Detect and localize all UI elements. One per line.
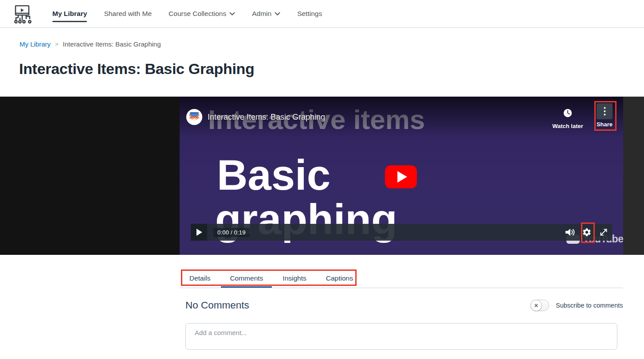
nav-label: Shared with Me <box>104 10 152 18</box>
tabs-row: Details Comments Insights Captions <box>180 269 623 288</box>
toggle-knob-off-icon: ✕ <box>530 300 542 311</box>
nav-label: Admin <box>252 10 271 18</box>
channel-avatar[interactable] <box>186 109 202 125</box>
tab-captions[interactable]: Captions <box>316 269 363 288</box>
breadcrumb: My Library > Interactive Items: Basic Gr… <box>20 40 161 48</box>
youtube-video-player[interactable]: Interactive items Basic graphing <box>180 97 623 255</box>
clock-icon <box>563 109 572 117</box>
watch-later-label: Watch later <box>551 123 584 129</box>
tab-label: Insights <box>283 274 306 282</box>
slide-text-line1: Basic <box>217 151 330 199</box>
no-comments-heading: No Comments <box>185 300 249 311</box>
play-button[interactable] <box>191 224 207 241</box>
nav-label: Course Collections <box>169 10 226 18</box>
player-control-bar: 0:00 / 0:19 <box>191 224 612 241</box>
video-title-overlay[interactable]: Interactive Items: Basic Graphing <box>208 113 325 122</box>
fullscreen-button[interactable] <box>595 224 612 241</box>
app-logo[interactable] <box>12 4 32 25</box>
subscribe-toggle[interactable]: ✕ <box>530 300 549 311</box>
player-right-shade <box>623 97 644 255</box>
watch-later-button[interactable]: Watch later <box>551 109 584 129</box>
player-section: Interactive items Basic graphing <box>0 97 644 255</box>
youtube-play-button[interactable] <box>385 165 417 188</box>
nav-admin[interactable]: Admin <box>252 0 280 27</box>
comment-input[interactable] <box>185 323 617 350</box>
nav-settings[interactable]: Settings <box>297 0 322 27</box>
play-icon <box>196 229 202 236</box>
more-options-button[interactable] <box>597 103 613 119</box>
nav-my-library[interactable]: My Library <box>52 0 87 27</box>
top-nav: My Library Shared with Me Course Collect… <box>0 0 644 28</box>
share-label: Share <box>593 121 616 128</box>
tab-insights[interactable]: Insights <box>273 269 316 288</box>
video-header: Interactive Items: Basic Graphing <box>186 109 325 125</box>
breadcrumb-separator: > <box>55 41 59 47</box>
page: My Library Shared with Me Course Collect… <box>0 0 644 359</box>
play-icon <box>397 171 407 183</box>
fullscreen-icon <box>599 227 609 237</box>
tab-label: Comments <box>230 274 263 282</box>
tab-label: Captions <box>326 274 353 282</box>
tab-label: Details <box>189 274 210 282</box>
page-title: Interactive Items: Basic Graphing <box>19 60 255 78</box>
kebab-menu-icon <box>604 107 606 116</box>
nav-shared-with-me[interactable]: Shared with Me <box>104 0 152 27</box>
chevron-down-icon <box>275 12 280 16</box>
tab-comments[interactable]: Comments <box>220 269 273 288</box>
volume-button[interactable] <box>562 224 578 241</box>
speaker-icon <box>565 228 575 237</box>
nav-course-collections[interactable]: Course Collections <box>169 0 235 27</box>
tabs-divider <box>180 288 623 288</box>
nav-label: Settings <box>297 10 322 18</box>
main-nav: My Library Shared with Me Course Collect… <box>0 0 322 27</box>
nav-label: My Library <box>52 10 87 18</box>
tab-details[interactable]: Details <box>180 269 220 288</box>
breadcrumb-current: Interactive Items: Basic Graphing <box>63 40 161 48</box>
subscribe-control: ✕ Subscribe to comments <box>530 300 623 311</box>
time-display: 0:00 / 0:19 <box>213 228 250 237</box>
media-player-logo-icon <box>12 4 32 24</box>
gear-icon <box>582 227 592 237</box>
settings-button[interactable] <box>578 224 595 241</box>
subscribe-label: Subscribe to comments <box>556 302 623 309</box>
tab-list: Details Comments Insights Captions <box>180 269 623 288</box>
chevron-down-icon <box>229 12 235 16</box>
breadcrumb-my-library-link[interactable]: My Library <box>20 40 51 48</box>
